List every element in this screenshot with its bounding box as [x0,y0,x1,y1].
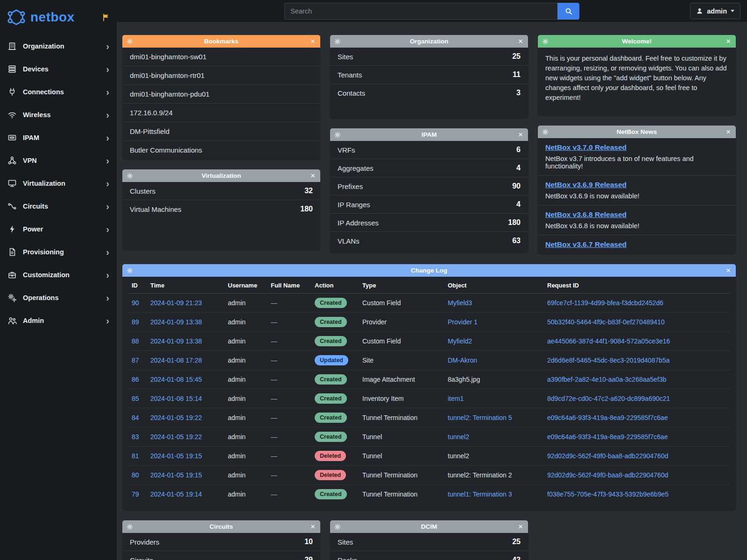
stat-value-link[interactable]: 6 [516,146,521,154]
news-link[interactable]: NetBox v3.6.8 Released [545,210,627,219]
changelog-object[interactable]: tunnel1: Termination 3 [444,485,543,504]
widget-config-icon[interactable] [334,132,341,138]
changelog-time-link[interactable]: 2024-01-09 13:38 [147,313,224,332]
widget-close-icon[interactable]: × [310,523,316,531]
changelog-object[interactable]: tunnel2: Termination 5 [444,408,543,427]
changelog-object[interactable]: tunnel2 [444,427,543,447]
stat-value-link[interactable]: 180 [300,205,313,213]
search-button[interactable] [557,3,579,20]
stat-value-link[interactable]: 4 [516,200,521,209]
stat-value-link[interactable]: 25 [512,52,521,61]
changelog-object[interactable]: Myfield3 [444,294,543,313]
stat-value-link[interactable]: 3 [516,89,521,97]
widget-close-icon[interactable]: × [725,37,732,45]
changelog-request-id-link[interactable]: f038e755-705e-47f3-9433-5392b9e6b9e5 [543,485,730,504]
changelog-id-link[interactable]: 90 [128,294,147,313]
changelog-request-id-link[interactable]: 8d9cd72e-cd0c-47c2-a620-dc899a690c21 [543,389,730,408]
widget-close-icon[interactable]: × [517,131,524,139]
widget-close-icon[interactable]: × [517,37,524,45]
sidebar-item-operations[interactable]: Operations › [0,286,117,309]
changelog-id-link[interactable]: 85 [128,389,147,408]
changelog-id-link[interactable]: 81 [128,447,147,466]
changelog-object[interactable]: Myfield2 [444,332,543,351]
changelog-time-link[interactable]: 2024-01-08 15:14 [147,389,224,408]
bookmark-item[interactable]: 172.16.0.9/24 [122,103,320,122]
changelog-object[interactable]: tunnel2 [444,447,543,466]
changelog-time-link[interactable]: 2024-01-09 13:38 [147,332,224,351]
changelog-request-id-link[interactable]: e09c64a6-93f3-419a-8ea9-229585f7c6ae [543,427,730,447]
stat-value-link[interactable]: 4 [516,164,521,172]
changelog-request-id-link[interactable]: 92d02d9c-562f-49f0-baa8-adb22904760d [543,466,730,485]
changelog-request-id-link[interactable]: ae445066-387d-44f1-9084-572a05ce3e16 [543,332,730,351]
changelog-request-id-link[interactable]: e09c64a6-93f3-419a-8ea9-229585f7c6ae [543,408,730,427]
pin-sidebar-icon[interactable] [102,14,110,21]
sidebar-item-power[interactable]: Power › [0,217,117,240]
user-menu-button[interactable]: admin [690,3,740,19]
sidebar-item-wireless[interactable]: Wireless › [0,103,117,126]
changelog-request-id-link[interactable]: a390fbef-2a82-4e10-aa0a-3c268aa5ef3b [543,370,730,389]
widget-config-icon[interactable] [127,173,133,179]
changelog-object[interactable]: Provider 1 [444,313,543,332]
widget-config-icon[interactable] [334,524,341,530]
changelog-object[interactable]: tunnel2: Termination 2 [444,466,543,485]
stat-value-link[interactable]: 32 [304,187,313,195]
widget-close-icon[interactable]: × [725,266,732,274]
widget-config-icon[interactable] [542,129,549,135]
stat-value-link[interactable]: 42 [512,556,521,560]
changelog-time-link[interactable]: 2024-01-09 21:23 [147,294,224,313]
widget-config-icon[interactable] [542,38,549,45]
changelog-time-link[interactable]: 2024-01-05 19:22 [147,427,224,447]
changelog-request-id-link[interactable]: 2d6d6e8f-5465-45dc-8ec3-2019d4087b5a [543,351,730,370]
changelog-time-link[interactable]: 2024-01-05 19:15 [147,447,224,466]
news-link[interactable]: NetBox v3.6.9 Released [545,181,627,189]
sidebar-item-vpn[interactable]: VPN › [0,149,117,172]
changelog-id-link[interactable]: 84 [128,408,147,427]
sidebar-item-circuits[interactable]: Circuits › [0,195,117,217]
sidebar-item-admin[interactable]: Admin › [0,309,117,332]
bookmark-item[interactable]: dmi01-binghamton-sw01 [122,48,320,66]
stat-value-link[interactable]: 29 [304,556,313,560]
widget-config-icon[interactable] [127,524,133,530]
sidebar-item-provisioning[interactable]: Provisioning › [0,240,117,263]
stat-value-link[interactable]: 11 [513,70,521,79]
bookmark-item[interactable]: DM-Pittsfield [122,122,320,140]
changelog-request-id-link[interactable]: 92d02d9c-562f-49f0-baa8-adb22904760d [543,447,730,466]
bookmark-item[interactable]: Butler Communications [122,140,320,159]
changelog-time-link[interactable]: 2024-01-05 19:22 [147,408,224,427]
widget-config-icon[interactable] [127,267,133,274]
sidebar-item-devices[interactable]: Devices › [0,57,117,80]
changelog-time-link[interactable]: 2024-01-05 19:15 [147,466,224,485]
changelog-object[interactable]: item1 [444,389,543,408]
widget-config-icon[interactable] [127,38,133,45]
changelog-time-link[interactable]: 2024-01-05 19:14 [147,485,224,504]
widget-close-icon[interactable]: × [725,128,732,136]
changelog-id-link[interactable]: 79 [128,485,147,504]
news-link[interactable]: NetBox v3.7.0 Released [545,143,627,152]
sidebar-item-connections[interactable]: Connections › [0,80,117,103]
stat-value-link[interactable]: 25 [512,538,521,546]
changelog-time-link[interactable]: 2024-01-08 15:45 [147,370,224,389]
sidebar-item-organization[interactable]: Organization › [0,35,117,57]
stat-value-link[interactable]: 10 [304,538,313,546]
changelog-id-link[interactable]: 88 [128,332,147,351]
stat-value-link[interactable]: 180 [508,218,521,227]
changelog-id-link[interactable]: 86 [128,370,147,389]
changelog-id-link[interactable]: 83 [128,427,147,447]
changelog-request-id-link[interactable]: 69fce7cf-1139-4d99-bfea-f3dcbd2452d6 [543,294,730,313]
widget-close-icon[interactable]: × [310,172,316,180]
sidebar-item-customization[interactable]: Customization › [0,263,117,286]
changelog-time-link[interactable]: 2024-01-08 17:28 [147,351,224,370]
brand[interactable]: netbox [0,0,117,35]
changelog-id-link[interactable]: 87 [128,351,147,370]
stat-value-link[interactable]: 90 [512,182,521,190]
sidebar-item-ipam[interactable]: IPAM › [0,126,117,149]
news-link[interactable]: NetBox v3.6.7 Released [545,240,627,249]
changelog-request-id-link[interactable]: 50b32f40-5464-4f9c-b83f-0ef270489410 [543,313,730,332]
sidebar-item-virtualization[interactable]: Virtualization › [0,172,117,195]
widget-close-icon[interactable]: × [517,523,524,531]
widget-config-icon[interactable] [334,38,341,45]
search-input[interactable] [284,3,557,20]
changelog-object[interactable]: DM-Akron [444,351,543,370]
bookmark-item[interactable]: dmi01-binghamton-pdu01 [122,84,320,103]
changelog-id-link[interactable]: 80 [128,466,147,485]
